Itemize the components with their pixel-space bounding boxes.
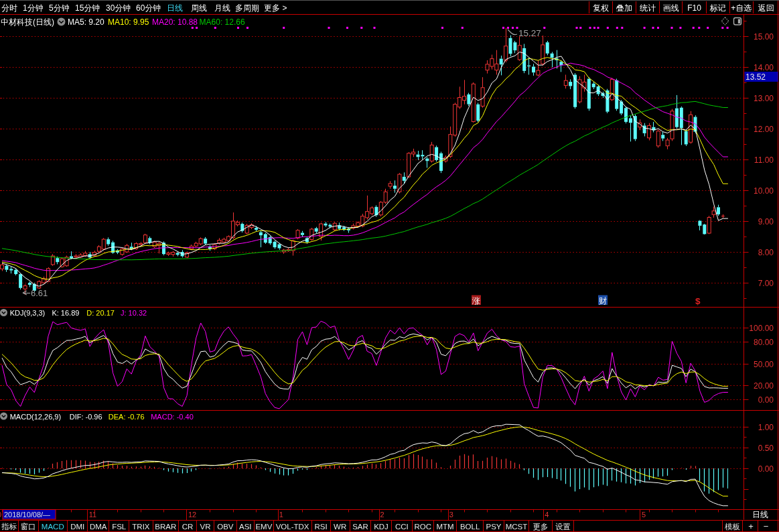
- svg-text:标记: 标记: [710, 3, 726, 13]
- svg-text:PSY: PSY: [486, 523, 501, 531]
- svg-text:复权: 复权: [593, 3, 609, 13]
- svg-text:5: 5: [642, 511, 646, 519]
- svg-text:VOL-TDX: VOL-TDX: [276, 523, 309, 531]
- svg-text:涨: 涨: [472, 296, 480, 306]
- svg-text:12: 12: [188, 511, 196, 519]
- svg-text:0.00: 0.00: [758, 395, 774, 405]
- svg-text:>: >: [283, 3, 287, 13]
- svg-text:7.00: 7.00: [758, 279, 774, 288]
- svg-text:模板: 模板: [725, 523, 740, 531]
- svg-text:月线: 月线: [214, 3, 230, 13]
- svg-text:MA5: 9.20: MA5: 9.20: [68, 17, 104, 27]
- svg-text:叠加: 叠加: [616, 3, 632, 13]
- svg-text:0.00: 0.00: [758, 464, 774, 474]
- svg-text:D: 20.17: D: 20.17: [86, 309, 115, 317]
- svg-text:14.00: 14.00: [754, 63, 774, 72]
- svg-text:1.00: 1.00: [758, 423, 774, 432]
- svg-text:13.52: 13.52: [746, 72, 766, 82]
- svg-text:画线: 画线: [663, 3, 679, 13]
- svg-text:更多: 更多: [533, 523, 549, 531]
- svg-text:统计: 统计: [640, 3, 656, 13]
- svg-text:日线: 日线: [752, 510, 768, 519]
- svg-text:ROC: ROC: [414, 523, 431, 531]
- svg-text:EMV: EMV: [255, 523, 272, 531]
- svg-text:6.61: 6.61: [31, 288, 48, 298]
- svg-text:分时: 分时: [1, 3, 17, 13]
- svg-text:BOLL: BOLL: [460, 523, 480, 531]
- svg-text:0.50: 0.50: [758, 444, 774, 453]
- svg-text:10.00: 10.00: [754, 186, 774, 196]
- svg-text:−: −: [764, 521, 769, 531]
- svg-text:设置: 设置: [555, 523, 571, 531]
- svg-text:12.00: 12.00: [754, 125, 774, 134]
- svg-text:1分钟: 1分钟: [23, 3, 44, 13]
- svg-text:周线: 周线: [191, 3, 207, 13]
- svg-text:3: 3: [449, 511, 453, 519]
- svg-text:13.00: 13.00: [754, 94, 774, 103]
- svg-text:MA60: 12.66: MA60: 12.66: [200, 17, 245, 27]
- svg-text:30分钟: 30分钟: [106, 3, 131, 13]
- svg-text:11: 11: [89, 511, 96, 519]
- svg-text:MA20: 10.88: MA20: 10.88: [152, 17, 198, 27]
- svg-text:80.00: 80.00: [754, 338, 774, 347]
- svg-text:MACD: MACD: [42, 523, 64, 531]
- svg-text:100.00: 100.00: [749, 324, 774, 333]
- svg-text:KDJ: KDJ: [374, 523, 388, 531]
- svg-text:DIF: -0.96: DIF: -0.96: [70, 413, 102, 421]
- svg-text:ASI: ASI: [239, 523, 252, 531]
- svg-text:50.00: 50.00: [754, 360, 774, 369]
- svg-text:MCST: MCST: [506, 523, 528, 531]
- svg-text:J: 10.32: J: 10.32: [121, 309, 147, 317]
- svg-text:CCI: CCI: [395, 523, 409, 531]
- svg-text:15.27: 15.27: [518, 28, 541, 38]
- svg-text:$: $: [695, 296, 701, 306]
- svg-text:9.00: 9.00: [758, 217, 774, 226]
- svg-text:CR: CR: [182, 523, 194, 531]
- svg-text:中材科技(日线): 中材科技(日线): [1, 17, 54, 27]
- svg-text:2: 2: [380, 511, 384, 519]
- svg-text:K: 16.89: K: 16.89: [52, 309, 79, 317]
- svg-text:FSL: FSL: [112, 523, 127, 531]
- svg-text:窗口: 窗口: [21, 523, 36, 531]
- svg-text:SAR: SAR: [352, 523, 368, 531]
- svg-text:+: +: [748, 521, 754, 531]
- svg-text:+自选: +自选: [731, 3, 752, 13]
- svg-text:指标: 指标: [1, 523, 17, 531]
- svg-text:5分钟: 5分钟: [49, 3, 70, 13]
- svg-text:MA10: 9.95: MA10: 9.95: [108, 17, 149, 27]
- svg-text:日线: 日线: [167, 3, 183, 13]
- svg-text:F10: F10: [687, 3, 701, 13]
- svg-text:OBV: OBV: [217, 523, 234, 531]
- svg-text:0: 0: [0, 511, 1, 519]
- svg-text:15.00: 15.00: [754, 32, 774, 42]
- svg-text:WR: WR: [334, 523, 346, 531]
- svg-text:KDJ(9,3,3): KDJ(9,3,3): [10, 309, 46, 317]
- svg-text:MACD(12,26,9): MACD(12,26,9): [10, 413, 61, 421]
- svg-text:多周期: 多周期: [235, 3, 259, 13]
- svg-text:15分钟: 15分钟: [75, 3, 100, 13]
- svg-text:MACD: -0.40: MACD: -0.40: [151, 413, 194, 421]
- svg-text:DMA: DMA: [90, 523, 107, 531]
- svg-text:返回: 返回: [758, 3, 774, 13]
- svg-text:财: 财: [599, 296, 607, 306]
- svg-text:VR: VR: [200, 523, 211, 531]
- svg-text:BRAR: BRAR: [155, 523, 176, 531]
- svg-text:TRIX: TRIX: [132, 523, 150, 531]
- svg-text:更多: 更多: [264, 3, 280, 13]
- svg-text:RSI: RSI: [315, 523, 328, 531]
- svg-text:1: 1: [279, 511, 283, 519]
- svg-text:DMI: DMI: [70, 523, 84, 531]
- svg-text:DEA: -0.76: DEA: -0.76: [109, 413, 145, 421]
- svg-text:4: 4: [545, 511, 549, 519]
- svg-text:20.00: 20.00: [754, 381, 774, 391]
- svg-text:MTM: MTM: [436, 523, 453, 531]
- svg-text:2018/10/08/—: 2018/10/08/—: [4, 511, 50, 519]
- svg-text:8.00: 8.00: [758, 248, 774, 257]
- svg-text:11.00: 11.00: [754, 155, 774, 165]
- svg-text:60分钟: 60分钟: [136, 3, 161, 13]
